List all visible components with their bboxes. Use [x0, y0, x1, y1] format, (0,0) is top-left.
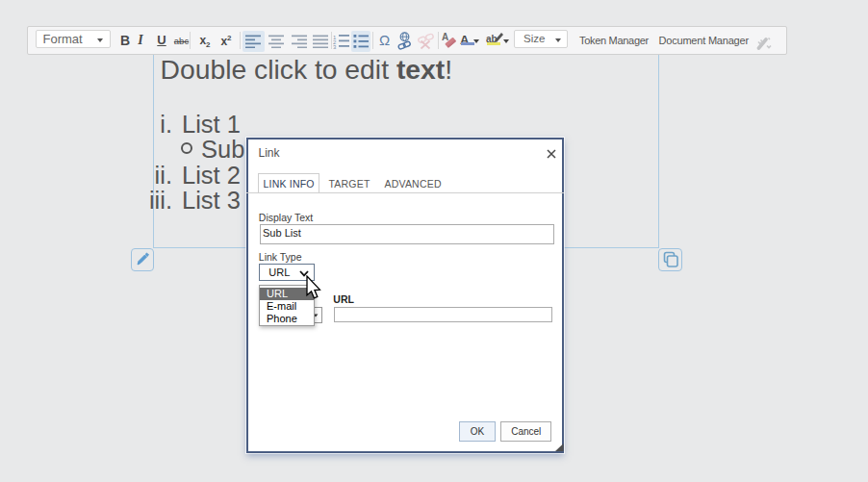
svg-text:A: A — [442, 32, 448, 42]
svg-text:3: 3 — [333, 44, 337, 49]
